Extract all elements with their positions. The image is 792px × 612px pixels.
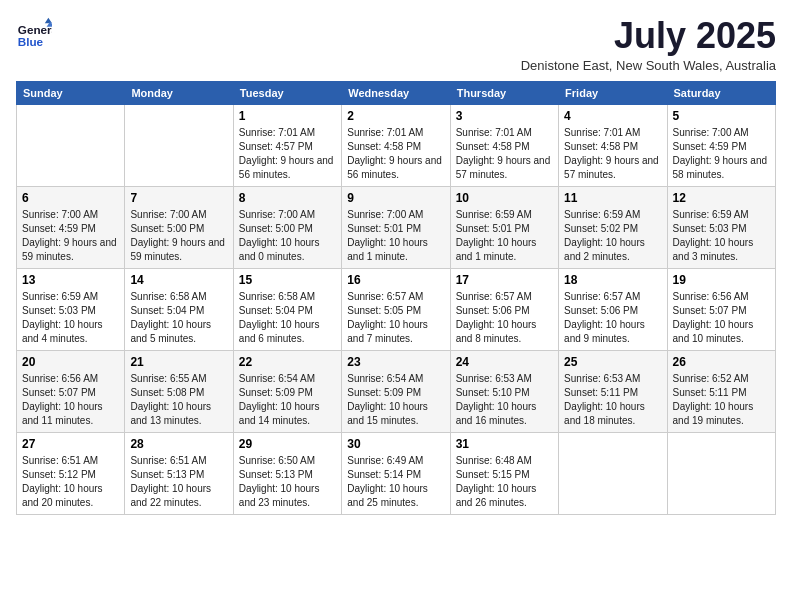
calendar-cell: 13Sunrise: 6:59 AMSunset: 5:03 PMDayligh… xyxy=(17,268,125,350)
logo-icon: General Blue xyxy=(16,16,52,52)
day-info: Sunrise: 7:01 AMSunset: 4:58 PMDaylight:… xyxy=(456,126,553,182)
day-header-tuesday: Tuesday xyxy=(233,81,341,104)
calendar-cell: 6Sunrise: 7:00 AMSunset: 4:59 PMDaylight… xyxy=(17,186,125,268)
day-info: Sunrise: 6:55 AMSunset: 5:08 PMDaylight:… xyxy=(130,372,227,428)
day-number: 1 xyxy=(239,109,336,123)
calendar-cell: 27Sunrise: 6:51 AMSunset: 5:12 PMDayligh… xyxy=(17,432,125,514)
day-info: Sunrise: 6:54 AMSunset: 5:09 PMDaylight:… xyxy=(347,372,444,428)
calendar-cell: 23Sunrise: 6:54 AMSunset: 5:09 PMDayligh… xyxy=(342,350,450,432)
calendar-cell: 9Sunrise: 7:00 AMSunset: 5:01 PMDaylight… xyxy=(342,186,450,268)
day-number: 14 xyxy=(130,273,227,287)
day-number: 20 xyxy=(22,355,119,369)
day-header-saturday: Saturday xyxy=(667,81,775,104)
day-info: Sunrise: 6:57 AMSunset: 5:06 PMDaylight:… xyxy=(564,290,661,346)
calendar-cell xyxy=(125,104,233,186)
calendar-cell: 18Sunrise: 6:57 AMSunset: 5:06 PMDayligh… xyxy=(559,268,667,350)
day-info: Sunrise: 6:51 AMSunset: 5:13 PMDaylight:… xyxy=(130,454,227,510)
day-number: 6 xyxy=(22,191,119,205)
day-number: 25 xyxy=(564,355,661,369)
calendar-cell: 1Sunrise: 7:01 AMSunset: 4:57 PMDaylight… xyxy=(233,104,341,186)
day-info: Sunrise: 6:53 AMSunset: 5:10 PMDaylight:… xyxy=(456,372,553,428)
calendar-cell: 28Sunrise: 6:51 AMSunset: 5:13 PMDayligh… xyxy=(125,432,233,514)
calendar-cell xyxy=(559,432,667,514)
calendar-cell: 19Sunrise: 6:56 AMSunset: 5:07 PMDayligh… xyxy=(667,268,775,350)
day-number: 2 xyxy=(347,109,444,123)
day-number: 15 xyxy=(239,273,336,287)
day-number: 17 xyxy=(456,273,553,287)
calendar-cell: 15Sunrise: 6:58 AMSunset: 5:04 PMDayligh… xyxy=(233,268,341,350)
day-info: Sunrise: 6:48 AMSunset: 5:15 PMDaylight:… xyxy=(456,454,553,510)
day-info: Sunrise: 7:01 AMSunset: 4:57 PMDaylight:… xyxy=(239,126,336,182)
svg-marker-2 xyxy=(45,18,52,23)
day-info: Sunrise: 6:51 AMSunset: 5:12 PMDaylight:… xyxy=(22,454,119,510)
day-info: Sunrise: 6:56 AMSunset: 5:07 PMDaylight:… xyxy=(22,372,119,428)
day-info: Sunrise: 7:01 AMSunset: 4:58 PMDaylight:… xyxy=(347,126,444,182)
calendar-cell: 25Sunrise: 6:53 AMSunset: 5:11 PMDayligh… xyxy=(559,350,667,432)
calendar-cell: 29Sunrise: 6:50 AMSunset: 5:13 PMDayligh… xyxy=(233,432,341,514)
day-info: Sunrise: 6:59 AMSunset: 5:03 PMDaylight:… xyxy=(673,208,770,264)
calendar-cell: 14Sunrise: 6:58 AMSunset: 5:04 PMDayligh… xyxy=(125,268,233,350)
day-number: 28 xyxy=(130,437,227,451)
calendar-week-row: 13Sunrise: 6:59 AMSunset: 5:03 PMDayligh… xyxy=(17,268,776,350)
day-number: 21 xyxy=(130,355,227,369)
calendar-cell: 22Sunrise: 6:54 AMSunset: 5:09 PMDayligh… xyxy=(233,350,341,432)
day-header-friday: Friday xyxy=(559,81,667,104)
day-info: Sunrise: 7:01 AMSunset: 4:58 PMDaylight:… xyxy=(564,126,661,182)
calendar-cell: 7Sunrise: 7:00 AMSunset: 5:00 PMDaylight… xyxy=(125,186,233,268)
day-number: 22 xyxy=(239,355,336,369)
day-number: 24 xyxy=(456,355,553,369)
day-number: 3 xyxy=(456,109,553,123)
day-header-thursday: Thursday xyxy=(450,81,558,104)
day-info: Sunrise: 6:53 AMSunset: 5:11 PMDaylight:… xyxy=(564,372,661,428)
day-header-wednesday: Wednesday xyxy=(342,81,450,104)
day-number: 29 xyxy=(239,437,336,451)
day-number: 18 xyxy=(564,273,661,287)
day-header-sunday: Sunday xyxy=(17,81,125,104)
day-info: Sunrise: 6:59 AMSunset: 5:03 PMDaylight:… xyxy=(22,290,119,346)
calendar-cell: 3Sunrise: 7:01 AMSunset: 4:58 PMDaylight… xyxy=(450,104,558,186)
calendar-cell: 10Sunrise: 6:59 AMSunset: 5:01 PMDayligh… xyxy=(450,186,558,268)
day-number: 10 xyxy=(456,191,553,205)
calendar-cell: 11Sunrise: 6:59 AMSunset: 5:02 PMDayligh… xyxy=(559,186,667,268)
calendar-week-row: 1Sunrise: 7:01 AMSunset: 4:57 PMDaylight… xyxy=(17,104,776,186)
calendar-cell: 26Sunrise: 6:52 AMSunset: 5:11 PMDayligh… xyxy=(667,350,775,432)
day-number: 19 xyxy=(673,273,770,287)
page-header: General Blue July 2025 Denistone East, N… xyxy=(16,16,776,73)
day-info: Sunrise: 6:56 AMSunset: 5:07 PMDaylight:… xyxy=(673,290,770,346)
day-info: Sunrise: 6:59 AMSunset: 5:01 PMDaylight:… xyxy=(456,208,553,264)
day-info: Sunrise: 7:00 AMSunset: 5:01 PMDaylight:… xyxy=(347,208,444,264)
calendar-cell: 4Sunrise: 7:01 AMSunset: 4:58 PMDaylight… xyxy=(559,104,667,186)
calendar-cell: 21Sunrise: 6:55 AMSunset: 5:08 PMDayligh… xyxy=(125,350,233,432)
calendar-week-row: 20Sunrise: 6:56 AMSunset: 5:07 PMDayligh… xyxy=(17,350,776,432)
day-info: Sunrise: 6:59 AMSunset: 5:02 PMDaylight:… xyxy=(564,208,661,264)
location-subtitle: Denistone East, New South Wales, Austral… xyxy=(521,58,776,73)
day-number: 30 xyxy=(347,437,444,451)
day-number: 11 xyxy=(564,191,661,205)
day-number: 4 xyxy=(564,109,661,123)
day-info: Sunrise: 6:50 AMSunset: 5:13 PMDaylight:… xyxy=(239,454,336,510)
calendar-cell: 20Sunrise: 6:56 AMSunset: 5:07 PMDayligh… xyxy=(17,350,125,432)
day-header-monday: Monday xyxy=(125,81,233,104)
day-number: 26 xyxy=(673,355,770,369)
logo: General Blue xyxy=(16,16,52,52)
day-number: 16 xyxy=(347,273,444,287)
calendar-cell: 31Sunrise: 6:48 AMSunset: 5:15 PMDayligh… xyxy=(450,432,558,514)
calendar-cell: 30Sunrise: 6:49 AMSunset: 5:14 PMDayligh… xyxy=(342,432,450,514)
day-info: Sunrise: 7:00 AMSunset: 4:59 PMDaylight:… xyxy=(22,208,119,264)
day-info: Sunrise: 7:00 AMSunset: 5:00 PMDaylight:… xyxy=(130,208,227,264)
month-year-title: July 2025 xyxy=(521,16,776,56)
day-info: Sunrise: 6:54 AMSunset: 5:09 PMDaylight:… xyxy=(239,372,336,428)
day-number: 5 xyxy=(673,109,770,123)
calendar-cell: 16Sunrise: 6:57 AMSunset: 5:05 PMDayligh… xyxy=(342,268,450,350)
calendar-cell: 17Sunrise: 6:57 AMSunset: 5:06 PMDayligh… xyxy=(450,268,558,350)
calendar-cell: 2Sunrise: 7:01 AMSunset: 4:58 PMDaylight… xyxy=(342,104,450,186)
day-number: 23 xyxy=(347,355,444,369)
day-info: Sunrise: 7:00 AMSunset: 4:59 PMDaylight:… xyxy=(673,126,770,182)
calendar-cell xyxy=(17,104,125,186)
calendar-cell: 24Sunrise: 6:53 AMSunset: 5:10 PMDayligh… xyxy=(450,350,558,432)
day-number: 31 xyxy=(456,437,553,451)
calendar-cell: 8Sunrise: 7:00 AMSunset: 5:00 PMDaylight… xyxy=(233,186,341,268)
calendar-week-row: 27Sunrise: 6:51 AMSunset: 5:12 PMDayligh… xyxy=(17,432,776,514)
day-info: Sunrise: 6:52 AMSunset: 5:11 PMDaylight:… xyxy=(673,372,770,428)
calendar-cell: 5Sunrise: 7:00 AMSunset: 4:59 PMDaylight… xyxy=(667,104,775,186)
